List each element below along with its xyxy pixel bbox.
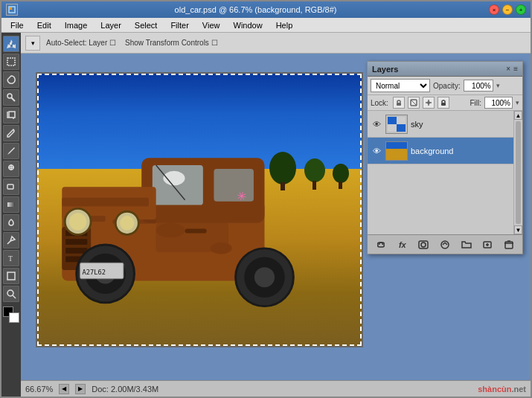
fill-arrow[interactable]: ▾: [516, 99, 519, 106]
minimize-button[interactable]: −: [502, 4, 513, 15]
tool-eraser[interactable]: [3, 179, 19, 195]
svg-rect-32: [65, 248, 87, 254]
scroll-thumb[interactable]: [516, 121, 521, 224]
nav-prev[interactable]: ◀: [59, 384, 69, 394]
layer-thumb-background: [385, 141, 408, 161]
layer-thumb-sky: [385, 115, 408, 134]
tool-marquee[interactable]: [3, 54, 19, 70]
scroll-down[interactable]: ▼: [514, 225, 522, 234]
svg-rect-53: [397, 103, 401, 106]
maximize-button[interactable]: +: [516, 4, 526, 15]
left-toolbar: T: [1, 33, 21, 397]
svg-marker-3: [7, 39, 16, 48]
svg-rect-24: [153, 165, 203, 205]
svg-rect-2: [10, 7, 12, 10]
layer-scrollbar: ▲ ▼: [513, 111, 522, 234]
svg-rect-4: [7, 58, 15, 65]
link-layers-btn[interactable]: [374, 237, 388, 252]
menu-help[interactable]: Help: [270, 19, 299, 31]
doc-info: Doc: 2.00M/3.43M: [92, 385, 472, 394]
tool-preset-picker[interactable]: ▾: [25, 36, 40, 51]
lock-all-btn[interactable]: [438, 97, 449, 109]
svg-point-58: [427, 101, 430, 104]
toolbar-area: T ▾ Auto-Select: Layer ☐ Show Transform …: [1, 33, 531, 397]
svg-rect-10: [7, 184, 13, 189]
menu-select[interactable]: Select: [129, 19, 164, 31]
tool-gradient[interactable]: [3, 196, 19, 213]
svg-point-68: [421, 243, 426, 247]
tool-clone[interactable]: [3, 161, 19, 177]
menu-edit[interactable]: Edit: [31, 19, 57, 31]
tool-move[interactable]: [3, 36, 19, 52]
tool-dodge[interactable]: [3, 214, 19, 231]
layer-eye-sky[interactable]: 👁: [371, 118, 382, 130]
tool-text[interactable]: T: [3, 250, 19, 266]
svg-point-69: [441, 241, 449, 248]
delete-layer-btn[interactable]: [501, 237, 516, 252]
tool-magic-wand[interactable]: [3, 89, 19, 106]
menu-image[interactable]: Image: [59, 19, 94, 31]
svg-rect-66: [386, 142, 408, 149]
tool-crop[interactable]: [3, 107, 19, 123]
menu-window[interactable]: Window: [228, 19, 269, 31]
svg-line-55: [411, 100, 417, 106]
fx-btn[interactable]: fx: [395, 237, 410, 252]
title-bar: old_car.psd @ 66.7% (background, RGB/8#)…: [1, 1, 531, 18]
layer-eye-background[interactable]: 👁: [371, 145, 382, 157]
svg-rect-31: [65, 239, 87, 245]
tool-eyedropper[interactable]: [3, 125, 19, 141]
folder-btn[interactable]: [459, 237, 474, 252]
layer-item-sky[interactable]: 👁: [368, 111, 513, 138]
lock-pixels-btn[interactable]: [393, 97, 405, 109]
svg-rect-13: [7, 272, 15, 280]
opacity-input[interactable]: [464, 80, 493, 92]
tool-shape[interactable]: [3, 268, 19, 284]
svg-point-35: [69, 213, 86, 230]
close-button[interactable]: ×: [489, 4, 499, 15]
fill-input[interactable]: [484, 97, 513, 109]
svg-rect-49: [156, 223, 228, 252]
document-canvas[interactable]: A27L62: [36, 72, 363, 347]
blend-mode-select[interactable]: Normal Multiply Screen Overlay: [371, 79, 430, 92]
options-label: Auto-Select: Layer ☐: [43, 39, 119, 47]
tool-pen[interactable]: [3, 232, 19, 248]
lock-image-btn[interactable]: [408, 97, 420, 109]
menu-filter[interactable]: Filter: [164, 19, 194, 31]
layer-item-background[interactable]: 👁 background: [368, 138, 513, 164]
fill-label: Fill:: [469, 99, 481, 107]
tool-lasso[interactable]: [3, 71, 19, 88]
tool-zoom[interactable]: [3, 286, 19, 302]
menu-view[interactable]: View: [196, 19, 226, 31]
menu-layer[interactable]: Layer: [94, 19, 127, 31]
svg-point-14: [7, 290, 13, 296]
opacity-label: Opacity:: [433, 82, 461, 90]
svg-rect-59: [441, 103, 446, 106]
options-bar: ▾ Auto-Select: Layer ☐ Show Transform Co…: [21, 33, 531, 54]
adjustment-layer-btn[interactable]: [438, 237, 452, 252]
foreground-background-colors[interactable]: [3, 306, 19, 323]
opacity-arrow[interactable]: ▾: [496, 82, 500, 89]
lock-position-btn[interactable]: [423, 97, 435, 109]
svg-point-6: [7, 94, 12, 98]
add-mask-btn[interactable]: [416, 237, 431, 252]
layers-panel-titlebar: Layers × ≡: [368, 62, 522, 77]
nav-next[interactable]: ▶: [75, 384, 86, 394]
layers-panel-menu[interactable]: ≡: [513, 65, 518, 73]
canvas-image: A27L62: [37, 74, 362, 346]
menu-bar: File Edit Image Layer Select Filter View…: [1, 18, 531, 33]
new-layer-btn[interactable]: [480, 237, 495, 252]
svg-rect-62: [397, 117, 406, 124]
window-controls: × − +: [489, 4, 526, 15]
scroll-up[interactable]: ▲: [514, 111, 522, 120]
zoom-level: 66.67%: [25, 385, 53, 394]
tool-brush[interactable]: [3, 143, 19, 159]
layers-panel-close[interactable]: ×: [506, 65, 510, 73]
svg-text:A27L62: A27L62: [83, 269, 106, 276]
app-window: old_car.psd @ 66.7% (background, RGB/8#)…: [0, 0, 532, 398]
svg-rect-11: [7, 202, 15, 207]
watermark: shàncùn.net: [478, 385, 526, 394]
main-content: ▾ Auto-Select: Layer ☐ Show Transform Co…: [21, 33, 531, 397]
layers-content: Normal Multiply Screen Overlay Opacity: …: [368, 77, 522, 254]
menu-file[interactable]: File: [4, 19, 30, 31]
layer-name-sky: sky: [411, 120, 510, 129]
